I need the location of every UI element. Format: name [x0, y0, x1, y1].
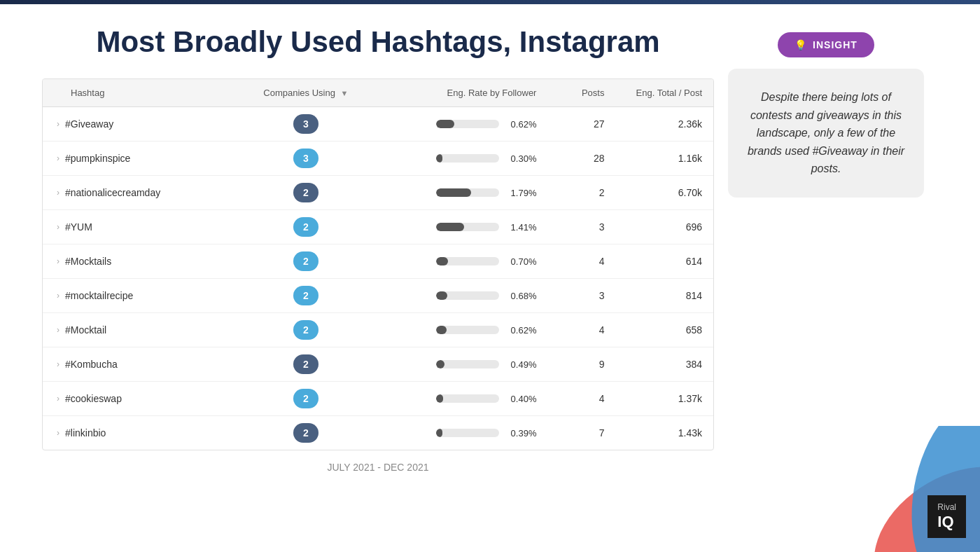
- posts-value: 9: [599, 359, 605, 370]
- table-row: › #Kombucha 2 0.49% 9384: [43, 347, 713, 382]
- bar-fill: [436, 326, 446, 334]
- insight-text: Despite there being lots of contests and…: [745, 88, 907, 178]
- hashtag-name: #YUM: [65, 221, 92, 233]
- bar-fill: [436, 291, 447, 300]
- eng-total-cell-1: 1.16k: [611, 142, 713, 176]
- posts-cell-3: 3: [543, 210, 611, 244]
- posts-cell-8: 4: [543, 382, 611, 416]
- companies-cell-7: 2: [238, 347, 374, 382]
- hashtag-name: #Mocktail: [65, 324, 106, 336]
- insight-button[interactable]: 💡 INSIGHT: [778, 32, 874, 57]
- table-row: › #Giveaway 3 0.62% 272.36k: [43, 107, 713, 142]
- bar-fill: [436, 120, 454, 128]
- posts-cell-1: 28: [543, 142, 611, 176]
- logo-line2: IQ: [937, 513, 956, 531]
- companies-badge: 2: [293, 217, 318, 237]
- expand-icon[interactable]: ›: [57, 119, 59, 129]
- companies-cell-3: 2: [238, 210, 374, 244]
- posts-cell-5: 3: [543, 279, 611, 313]
- expand-icon[interactable]: ›: [57, 394, 59, 403]
- eng-rate-value: 0.39%: [505, 428, 536, 439]
- bar-wrapper: [436, 394, 499, 403]
- eng-total-value: 814: [686, 290, 702, 301]
- posts-value: 27: [594, 118, 605, 130]
- eng-rate-cell-7: 0.49%: [374, 347, 544, 382]
- bar-wrapper: [436, 188, 499, 197]
- bar-fill: [436, 154, 442, 163]
- posts-cell-4: 4: [543, 244, 611, 279]
- eng-total-cell-5: 814: [611, 279, 713, 313]
- posts-value: 4: [599, 256, 605, 267]
- eng-total-value: 384: [686, 359, 702, 370]
- hashtag-cell-0: › #Giveaway: [43, 107, 238, 142]
- posts-cell-9: 7: [543, 416, 611, 450]
- eng-rate-value: 0.40%: [505, 394, 536, 404]
- companies-badge: 2: [293, 320, 318, 340]
- table-body: › #Giveaway 3 0.62% 272.36k › #pumpkinsp…: [43, 107, 713, 450]
- col-eng-total: Eng. Total / Post: [611, 79, 713, 107]
- expand-icon[interactable]: ›: [57, 291, 59, 301]
- sort-icon: ▼: [341, 89, 349, 97]
- eng-total-value: 2.36k: [678, 118, 702, 130]
- companies-badge: 2: [293, 286, 318, 305]
- table-row: › #pumpkinspice 3 0.30% 281.16k: [43, 142, 713, 176]
- companies-cell-4: 2: [238, 244, 374, 279]
- bar-wrapper: [436, 326, 499, 334]
- companies-badge: 2: [293, 423, 318, 443]
- bar-fill: [436, 188, 471, 197]
- posts-value: 4: [599, 324, 605, 336]
- expand-icon[interactable]: ›: [57, 256, 59, 266]
- eng-rate-value: 0.62%: [505, 119, 536, 130]
- companies-cell-5: 2: [238, 279, 374, 313]
- hashtag-name: #nationalicecreamday: [65, 187, 160, 198]
- posts-cell-0: 27: [543, 107, 611, 142]
- hashtag-name: #Mocktails: [65, 256, 111, 267]
- eng-total-cell-0: 2.36k: [611, 107, 713, 142]
- posts-value: 3: [599, 221, 605, 233]
- hashtag-cell-6: › #Mocktail: [43, 313, 238, 347]
- expand-icon[interactable]: ›: [57, 359, 59, 369]
- posts-value: 28: [594, 153, 605, 164]
- companies-cell-9: 2: [238, 416, 374, 450]
- eng-rate-value: 0.70%: [505, 256, 536, 267]
- table-row: › #nationalicecreamday 2 1.79% 26.70k: [43, 176, 713, 210]
- eng-rate-cell-8: 0.40%: [374, 382, 544, 416]
- bar-fill: [436, 257, 447, 265]
- page-title: Most Broadly Used Hashtags, Instagram: [42, 25, 714, 59]
- expand-icon[interactable]: ›: [57, 428, 59, 438]
- eng-rate-value: 0.68%: [505, 291, 536, 301]
- companies-cell-0: 3: [238, 107, 374, 142]
- eng-total-cell-7: 384: [611, 347, 713, 382]
- col-eng-rate: Eng. Rate by Follower: [374, 79, 544, 107]
- col-posts: Posts: [543, 79, 611, 107]
- hashtag-cell-4: › #Mocktails: [43, 244, 238, 279]
- col-companies[interactable]: Companies Using ▼: [238, 79, 374, 107]
- eng-total-value: 614: [686, 256, 702, 267]
- bar-wrapper: [436, 360, 499, 368]
- hashtag-table: Hashtag Companies Using ▼ Eng. Rate by F…: [43, 79, 713, 450]
- eng-rate-cell-6: 0.62%: [374, 313, 544, 347]
- posts-cell-6: 4: [543, 313, 611, 347]
- companies-badge: 3: [293, 114, 318, 134]
- eng-total-value: 6.70k: [678, 187, 702, 198]
- date-footer: JULY 2021 - DEC 2021: [42, 462, 714, 480]
- eng-rate-cell-3: 1.41%: [374, 210, 544, 244]
- posts-cell-7: 9: [543, 347, 611, 382]
- expand-icon[interactable]: ›: [57, 188, 59, 198]
- right-panel: 💡 INSIGHT Despite there being lots of co…: [714, 25, 938, 538]
- bar-fill: [436, 394, 443, 403]
- bar-fill: [436, 223, 464, 231]
- expand-icon[interactable]: ›: [57, 325, 59, 335]
- companies-cell-6: 2: [238, 313, 374, 347]
- insight-label: INSIGHT: [813, 39, 858, 50]
- eng-rate-value: 1.79%: [505, 188, 536, 198]
- hashtag-table-container: Hashtag Companies Using ▼ Eng. Rate by F…: [42, 78, 714, 450]
- col-hashtag: Hashtag: [43, 79, 238, 107]
- hashtag-cell-9: › #linkinbio: [43, 416, 238, 450]
- expand-icon[interactable]: ›: [57, 153, 59, 163]
- companies-cell-8: 2: [238, 382, 374, 416]
- table-header-row: Hashtag Companies Using ▼ Eng. Rate by F…: [43, 79, 713, 107]
- table-row: › #Mocktails 2 0.70% 4614: [43, 244, 713, 279]
- table-row: › #YUM 2 1.41% 3696: [43, 210, 713, 244]
- expand-icon[interactable]: ›: [57, 222, 59, 232]
